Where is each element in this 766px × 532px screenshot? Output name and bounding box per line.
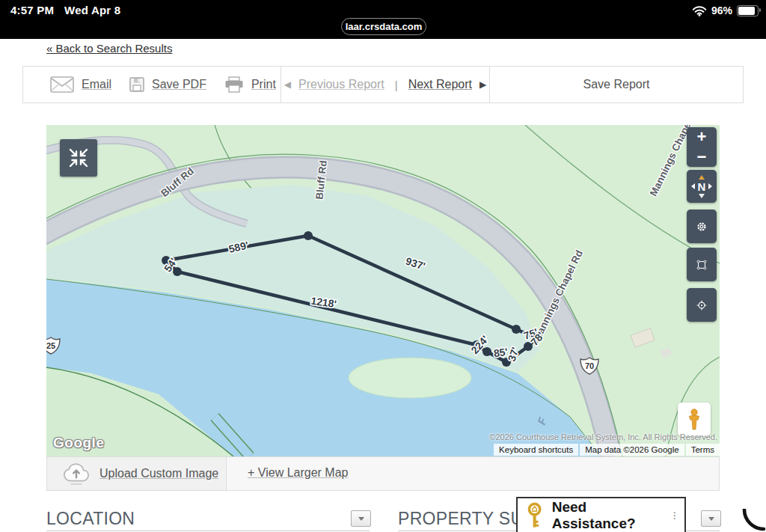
- floppy-disk-icon: [129, 77, 144, 92]
- upload-custom-image-button[interactable]: Upload Custom Image: [47, 457, 227, 490]
- email-button[interactable]: Email: [50, 76, 111, 93]
- previous-report-button[interactable]: ◀ Previous Report: [284, 78, 384, 91]
- location-section-header: LOCATION: [46, 504, 370, 531]
- rotate-left-icon[interactable]: [691, 183, 695, 189]
- need-assistance-label: Need Assistance?: [552, 499, 663, 532]
- pegman-control[interactable]: [678, 403, 711, 436]
- map-copyright: ©2026 Courthouse Retrieval System, Inc. …: [489, 432, 717, 441]
- save-report-button[interactable]: Save Report: [583, 78, 650, 91]
- map-canvas[interactable]: 25 70 Bluff Rd Bluff Rd Mannings Chapel …: [46, 125, 720, 456]
- printer-icon: [224, 76, 244, 93]
- view-larger-map-link[interactable]: + View Larger Map: [248, 466, 348, 480]
- polygon-tool-icon: [691, 254, 712, 275]
- zoom-out-button[interactable]: −: [697, 149, 707, 165]
- map-settings-button[interactable]: [687, 210, 717, 243]
- status-bar: 4:57 PMWed Apr 8 96% laar.crsdata.com: [0, 0, 766, 39]
- property-summary-title: PROPERTY SU: [398, 509, 523, 529]
- status-time-date: 4:57 PMWed Apr 8: [10, 4, 120, 16]
- battery-icon: [737, 5, 759, 16]
- crosshair-icon: [691, 295, 712, 316]
- route-shield-70-label: 70: [585, 361, 594, 370]
- tilt-down-icon: [699, 194, 705, 198]
- previous-arrow-icon: ◀: [284, 79, 291, 90]
- chevron-down-icon: [358, 517, 364, 521]
- key-icon: [527, 502, 545, 529]
- compass-letter: N: [698, 180, 706, 193]
- print-label: Print: [251, 78, 276, 91]
- route-shield-25-label: 25: [46, 341, 55, 350]
- battery-percent: 96%: [711, 4, 732, 16]
- report-toolbar: Email Save PDF Print: [22, 66, 744, 103]
- next-report-label: Next Report: [408, 78, 472, 91]
- email-label: Email: [82, 78, 111, 91]
- chevron-down-icon: [708, 517, 714, 521]
- map-footer-bar: Upload Custom Image + View Larger Map: [46, 456, 720, 491]
- next-report-button[interactable]: Next Report ▶: [408, 78, 487, 91]
- keyboard-shortcuts-link[interactable]: Keyboard shortcuts: [494, 444, 578, 456]
- upload-custom-image-label: Upload Custom Image: [99, 467, 218, 480]
- property-map[interactable]: 25 70 Bluff Rd Bluff Rd Mannings Chapel …: [46, 125, 720, 456]
- gear-icon: [691, 216, 712, 237]
- map-attribution-bar: Keyboard shortcuts Map data ©2026 Google…: [494, 444, 720, 456]
- wifi-icon: [692, 5, 707, 16]
- print-button[interactable]: Print: [224, 76, 276, 93]
- need-assistance-button[interactable]: Need Assistance? ⋮: [516, 497, 686, 532]
- previous-report-label: Previous Report: [298, 78, 384, 91]
- collapse-map-button[interactable]: [60, 139, 97, 177]
- status-date: Wed Apr 8: [64, 4, 120, 16]
- back-to-search-results-link[interactable]: « Back to Search Results: [46, 42, 172, 55]
- terms-link[interactable]: Terms: [686, 444, 720, 456]
- ellipsis-indicator: ⋮: [670, 510, 678, 521]
- corner-arc-decoration: [742, 509, 766, 532]
- screen: 4:57 PMWed Apr 8 96% laar.crsdata.com « …: [0, 0, 766, 532]
- next-arrow-icon: ▶: [479, 79, 486, 90]
- location-collapse-button[interactable]: [351, 510, 371, 527]
- location-title: LOCATION: [46, 509, 135, 529]
- pegman-icon: [684, 408, 704, 432]
- save-pdf-label: Save PDF: [152, 78, 206, 91]
- compass-control[interactable]: N: [687, 170, 717, 203]
- recenter-button[interactable]: [687, 288, 717, 322]
- zoom-control: + −: [687, 127, 717, 167]
- compass-north-arrow-icon: [699, 175, 705, 180]
- zoom-in-button[interactable]: +: [697, 129, 707, 145]
- map-data-label: Map data ©2026 Google: [580, 444, 684, 456]
- save-pdf-button[interactable]: Save PDF: [129, 77, 206, 92]
- status-time: 4:57 PM: [10, 4, 54, 16]
- envelope-icon: [50, 76, 74, 93]
- draw-shape-button[interactable]: [687, 248, 717, 281]
- google-logo[interactable]: Google: [53, 435, 104, 451]
- rotate-right-icon[interactable]: [708, 183, 712, 189]
- property-summary-collapse-button[interactable]: [701, 510, 721, 527]
- toolbar-separator: |: [395, 79, 398, 91]
- cloud-upload-icon: [62, 463, 91, 485]
- island: [349, 358, 471, 398]
- collapse-arrows-icon: [68, 147, 89, 168]
- address-bar-pill[interactable]: laar.crsdata.com: [341, 18, 426, 35]
